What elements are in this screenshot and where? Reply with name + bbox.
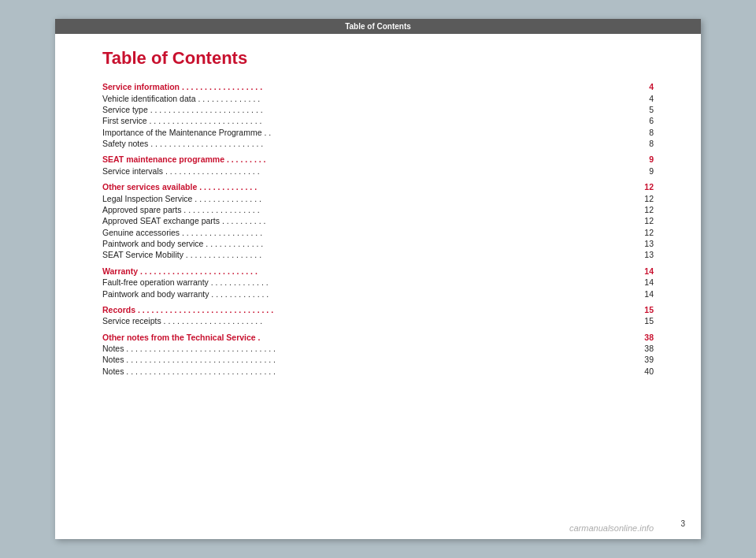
toc-row: Other notes from the Technical Service .… [102, 332, 654, 343]
toc-entry-label: Service receipts . . . . . . . . . . . .… [102, 315, 598, 326]
toc-page-number: 12 [598, 227, 654, 238]
toc-row: Service intervals . . . . . . . . . . . … [102, 166, 654, 177]
toc-entry-label: Safety notes . . . . . . . . . . . . . .… [102, 138, 598, 149]
toc-page-number: 14 [598, 277, 654, 288]
toc-row: Legal Inspection Service . . . . . . . .… [102, 192, 654, 203]
header-bar: Table of Contents [55, 19, 701, 34]
toc-entry-label: Notes . . . . . . . . . . . . . . . . . … [102, 366, 598, 377]
toc-section-heading: SEAT maintenance programme . . . . . . .… [102, 154, 598, 165]
toc-row: Service type . . . . . . . . . . . . . .… [102, 104, 654, 115]
toc-page-number: 12 [598, 204, 654, 215]
toc-page-number: 38 [598, 343, 654, 354]
toc-row: Approved SEAT exchange parts . . . . . .… [102, 215, 654, 226]
toc-page-number: 6 [598, 115, 654, 126]
toc-row: Genuine accessories . . . . . . . . . . … [102, 227, 654, 238]
toc-page-number: 12 [598, 215, 654, 226]
toc-entry-label: Paintwork and body warranty . . . . . . … [102, 288, 598, 299]
page-container: Table of Contents Table of Contents Serv… [55, 19, 701, 539]
toc-row: Warranty . . . . . . . . . . . . . . . .… [102, 266, 654, 277]
toc-page-number: 4 [598, 92, 654, 103]
toc-page-number: 14 [598, 266, 654, 277]
toc-page-number: 5 [598, 104, 654, 115]
toc-page-number: 9 [598, 154, 654, 165]
toc-entry-label: Service type . . . . . . . . . . . . . .… [102, 104, 598, 115]
page-title: Table of Contents [102, 48, 654, 69]
toc-page-number: 12 [598, 181, 654, 192]
toc-section-heading: Warranty . . . . . . . . . . . . . . . .… [102, 266, 598, 277]
content: Table of Contents Service information . … [55, 48, 701, 400]
toc-row: Notes . . . . . . . . . . . . . . . . . … [102, 343, 654, 354]
toc-page-number: 13 [598, 249, 654, 260]
toc-row: Fault-free operation warranty . . . . . … [102, 277, 654, 288]
toc-page-number: 12 [598, 192, 654, 203]
toc-entry-label: SEAT Service Mobility . . . . . . . . . … [102, 249, 598, 260]
toc-section-heading: Records . . . . . . . . . . . . . . . . … [102, 304, 598, 315]
toc-entry-label: Legal Inspection Service . . . . . . . .… [102, 192, 598, 203]
toc-entry-label: Genuine accessories . . . . . . . . . . … [102, 227, 598, 238]
toc-row: SEAT Service Mobility . . . . . . . . . … [102, 249, 654, 260]
toc-row: SEAT maintenance programme . . . . . . .… [102, 154, 654, 165]
toc-row: Service information . . . . . . . . . . … [102, 81, 654, 92]
toc-row: Paintwork and body warranty . . . . . . … [102, 288, 654, 299]
toc-entry-label: Fault-free operation warranty . . . . . … [102, 277, 598, 288]
toc-row: Service receipts . . . . . . . . . . . .… [102, 315, 654, 326]
toc-entry-label: Paintwork and body service . . . . . . .… [102, 238, 598, 249]
toc-row: First service . . . . . . . . . . . . . … [102, 115, 654, 126]
toc-row: Records . . . . . . . . . . . . . . . . … [102, 304, 654, 315]
toc-page-number: 9 [598, 166, 654, 177]
toc-row: Notes . . . . . . . . . . . . . . . . . … [102, 366, 654, 377]
toc-row: Paintwork and body service . . . . . . .… [102, 238, 654, 249]
toc-section-heading: Service information . . . . . . . . . . … [102, 81, 598, 92]
page-number: 3 [680, 519, 685, 528]
toc-page-number: 4 [598, 81, 654, 92]
toc-entry-label: Approved spare parts . . . . . . . . . .… [102, 204, 598, 215]
toc-entry-label: First service . . . . . . . . . . . . . … [102, 115, 598, 126]
toc-row: Other services available . . . . . . . .… [102, 181, 654, 192]
toc-section-heading: Other services available . . . . . . . .… [102, 181, 598, 192]
toc-entry-label: Notes . . . . . . . . . . . . . . . . . … [102, 343, 598, 354]
toc-page-number: 8 [598, 127, 654, 138]
toc-page-number: 15 [598, 304, 654, 315]
toc-page-number: 15 [598, 315, 654, 326]
toc-entry-label: Importance of the Maintenance Programme … [102, 127, 598, 138]
toc-section-heading: Other notes from the Technical Service . [102, 332, 598, 343]
toc-page-number: 8 [598, 138, 654, 149]
toc-row: Approved spare parts . . . . . . . . . .… [102, 204, 654, 215]
toc-page-number: 40 [598, 366, 654, 377]
header-title: Table of Contents [345, 22, 411, 31]
toc-row: Safety notes . . . . . . . . . . . . . .… [102, 138, 654, 149]
toc-page-number: 14 [598, 288, 654, 299]
toc-entry-label: Notes . . . . . . . . . . . . . . . . . … [102, 354, 598, 365]
toc-entry-label: Approved SEAT exchange parts . . . . . .… [102, 215, 598, 226]
toc-row: Vehicle identification data . . . . . . … [102, 92, 654, 103]
toc-page-number: 13 [598, 238, 654, 249]
toc-row: Notes . . . . . . . . . . . . . . . . . … [102, 354, 654, 365]
toc-row: Importance of the Maintenance Programme … [102, 127, 654, 138]
toc-page-number: 39 [598, 354, 654, 365]
toc-table: Service information . . . . . . . . . . … [102, 81, 654, 377]
toc-entry-label: Service intervals . . . . . . . . . . . … [102, 166, 598, 177]
toc-page-number: 38 [598, 332, 654, 343]
toc-entry-label: Vehicle identification data . . . . . . … [102, 92, 598, 103]
watermark: carmanualsonline.info [569, 523, 654, 533]
